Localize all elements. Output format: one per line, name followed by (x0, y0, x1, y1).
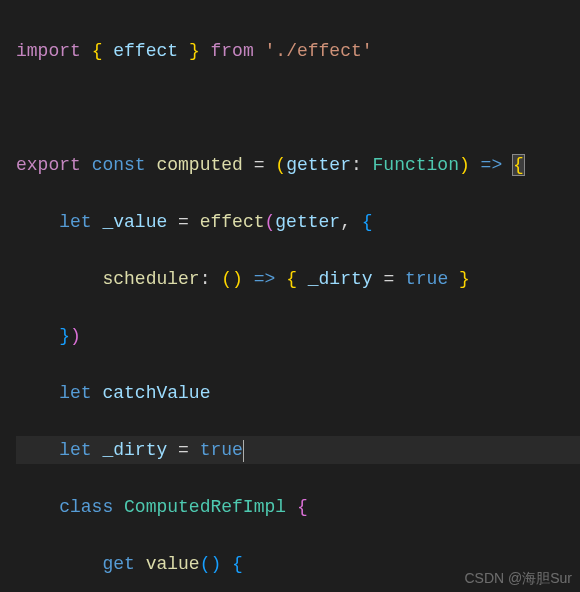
brace: } (59, 326, 70, 346)
brace-highlight: { (512, 154, 525, 176)
brace: { (362, 212, 373, 232)
keyword-class: class (59, 497, 113, 517)
boolean-literal: true (200, 440, 243, 460)
parameter: getter (286, 155, 351, 175)
identifier: _dirty (102, 440, 167, 460)
keyword-import: import (16, 41, 81, 61)
code-line: scheduler: () => { _dirty = true } (16, 265, 580, 294)
code-line: get value() { (16, 550, 580, 579)
identifier: _value (102, 212, 167, 232)
class-name: ComputedRefImpl (124, 497, 286, 517)
brace: { (232, 554, 243, 574)
brace: { (286, 269, 297, 289)
operator: = (383, 269, 394, 289)
colon: : (200, 269, 211, 289)
code-line-active: let _dirty = true (16, 436, 580, 465)
code-line: class ComputedRefImpl { (16, 493, 580, 522)
paren: ) (232, 269, 243, 289)
brace: } (459, 269, 470, 289)
string-literal: './effect' (265, 41, 373, 61)
colon: : (351, 155, 362, 175)
code-line-blank (16, 94, 580, 123)
boolean-literal: true (405, 269, 448, 289)
code-line: import { effect } from './effect' (16, 37, 580, 66)
brace: { (92, 41, 103, 61)
property: scheduler (102, 269, 199, 289)
identifier: _dirty (308, 269, 373, 289)
paren: ) (210, 554, 221, 574)
text-cursor (243, 440, 244, 462)
operator: = (178, 212, 189, 232)
paren: ( (265, 212, 276, 232)
identifier: getter (275, 212, 340, 232)
paren: ) (70, 326, 81, 346)
keyword-get: get (102, 554, 134, 574)
call-expression: effect (200, 212, 265, 232)
code-line: export const computed = (getter: Functio… (16, 151, 580, 180)
keyword-let: let (59, 212, 91, 232)
arrow: => (481, 155, 503, 175)
identifier: catchValue (102, 383, 210, 403)
paren: ( (221, 269, 232, 289)
operator: = (178, 440, 189, 460)
brace: { (297, 497, 308, 517)
keyword-const: const (92, 155, 146, 175)
paren: ( (275, 155, 286, 175)
code-line: let _value = effect(getter, { (16, 208, 580, 237)
paren: ( (200, 554, 211, 574)
type-annotation: Function (373, 155, 459, 175)
identifier-computed: computed (156, 155, 242, 175)
keyword-export: export (16, 155, 81, 175)
getter-name: value (146, 554, 200, 574)
code-editor[interactable]: import { effect } from './effect' export… (0, 0, 580, 592)
comma: , (340, 212, 351, 232)
paren: ) (459, 155, 470, 175)
brace: } (189, 41, 200, 61)
keyword-from: from (211, 41, 254, 61)
keyword-let: let (59, 440, 91, 460)
keyword-let: let (59, 383, 91, 403)
identifier: effect (113, 41, 178, 61)
code-line: let catchValue (16, 379, 580, 408)
code-line: }) (16, 322, 580, 351)
arrow: => (254, 269, 276, 289)
operator: = (254, 155, 265, 175)
